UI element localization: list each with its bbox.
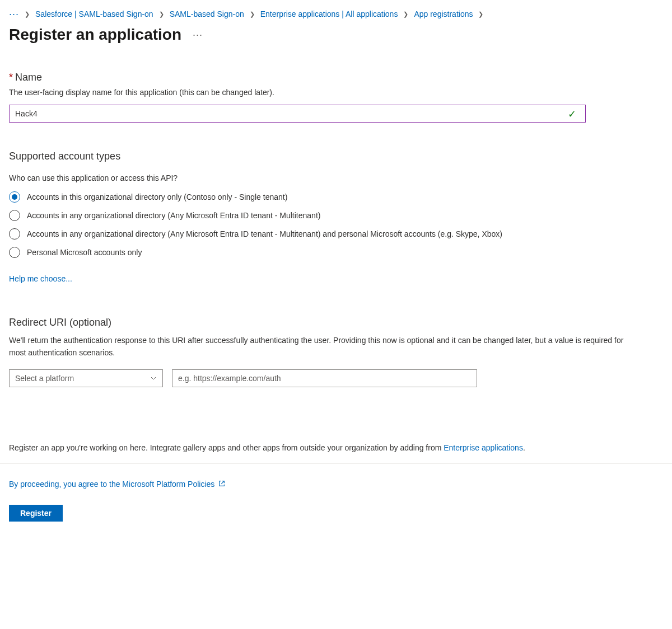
redirect-uri-input[interactable] bbox=[172, 369, 477, 387]
page-title: Register an application bbox=[9, 26, 181, 44]
required-star-icon: * bbox=[9, 72, 13, 83]
redirect-uri-heading: Redirect URI (optional) bbox=[9, 317, 663, 328]
chevron-down-icon bbox=[150, 375, 157, 383]
breadcrumb-link[interactable]: Salesforce | SAML-based Sign-on bbox=[35, 10, 153, 18]
breadcrumb-link[interactable]: Enterprise applications | All applicatio… bbox=[260, 10, 398, 18]
account-types-heading: Supported account types bbox=[9, 151, 663, 162]
account-types-radio-group: Accounts in this organizational director… bbox=[9, 191, 663, 259]
more-actions-icon[interactable]: ··· bbox=[193, 29, 203, 41]
breadcrumb: ··· ❯ Salesforce | SAML-based Sign-on ❯ … bbox=[9, 9, 663, 19]
platform-select-placeholder: Select a platform bbox=[15, 374, 74, 383]
account-types-question: Who can use this application or access t… bbox=[9, 173, 663, 182]
chevron-right-icon: ❯ bbox=[403, 11, 408, 18]
external-link-icon bbox=[218, 480, 226, 489]
footer-note: Register an app you're working on here. … bbox=[9, 443, 663, 452]
radio-label: Personal Microsoft accounts only bbox=[27, 247, 142, 259]
register-button[interactable]: Register bbox=[9, 505, 63, 522]
radio-label: Accounts in any organizational directory… bbox=[27, 228, 502, 240]
breadcrumb-overflow-icon[interactable]: ··· bbox=[9, 9, 19, 19]
radio-multitenant[interactable]: Accounts in any organizational directory… bbox=[9, 210, 663, 222]
chevron-right-icon: ❯ bbox=[478, 11, 483, 18]
chevron-right-icon: ❯ bbox=[159, 11, 164, 18]
name-description: The user-facing display name for this ap… bbox=[9, 88, 663, 97]
radio-label: Accounts in any organizational directory… bbox=[27, 210, 320, 222]
name-label: *Name bbox=[9, 72, 663, 83]
chevron-right-icon: ❯ bbox=[25, 11, 30, 18]
breadcrumb-link[interactable]: SAML-based Sign-on bbox=[170, 10, 244, 18]
breadcrumb-link[interactable]: App registrations bbox=[414, 10, 473, 18]
radio-multitenant-personal[interactable]: Accounts in any organizational directory… bbox=[9, 228, 663, 240]
radio-single-tenant[interactable]: Accounts in this organizational director… bbox=[9, 191, 663, 203]
radio-icon bbox=[9, 247, 20, 258]
radio-icon bbox=[9, 228, 20, 240]
radio-personal-only[interactable]: Personal Microsoft accounts only bbox=[9, 247, 663, 259]
radio-label: Accounts in this organizational director… bbox=[27, 191, 287, 203]
platform-select[interactable]: Select a platform bbox=[9, 369, 163, 387]
radio-icon bbox=[9, 210, 20, 221]
radio-icon bbox=[9, 191, 20, 203]
enterprise-applications-link[interactable]: Enterprise applications bbox=[444, 443, 523, 452]
help-me-choose-link[interactable]: Help me choose... bbox=[9, 274, 72, 283]
chevron-right-icon: ❯ bbox=[250, 11, 255, 18]
platform-policies-link[interactable]: By proceeding, you agree to the Microsof… bbox=[9, 480, 226, 489]
redirect-uri-description: We'll return the authentication response… bbox=[9, 334, 642, 359]
name-input[interactable] bbox=[9, 105, 586, 123]
